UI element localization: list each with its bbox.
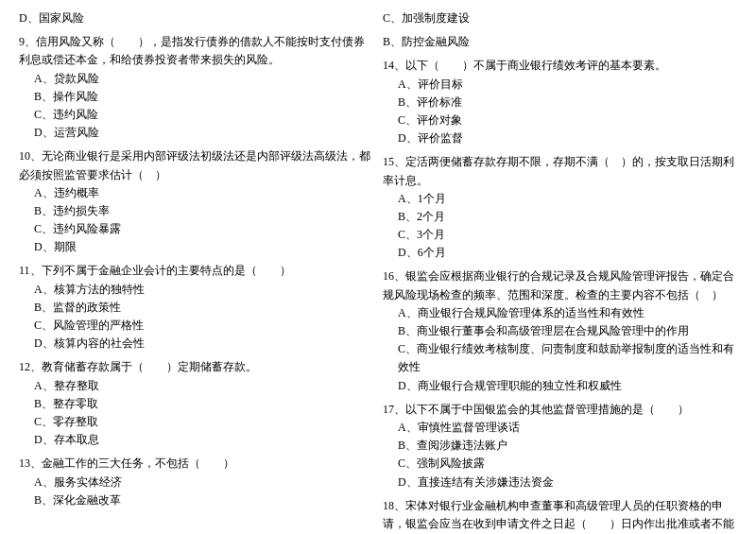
question-item: 11、下列不属于金融企业会计的主要特点的是（ ）A、核算方法的独特性B、监督的政… bbox=[19, 262, 373, 353]
option-item: A、贷款风险 bbox=[19, 70, 373, 88]
option-item: D、评价监督 bbox=[383, 129, 737, 147]
question-item: 12、教育储蓄存款属于（ ）定期储蓄存款。A、整存整取B、整存零取C、零存整取D… bbox=[19, 358, 373, 449]
question-item: 10、无论商业银行是采用内部评级法初级法还是内部评级法高级法，都必须按照监管要求… bbox=[19, 147, 373, 256]
option-item: B、商业银行董事会和高级管理层在合规风险管理中的作用 bbox=[383, 322, 737, 340]
question-text: 17、以下不属于中国银监会的其他监督管理措施的是（ ） bbox=[383, 401, 737, 419]
question-item: C、加强制度建设 bbox=[383, 9, 737, 27]
question-item: 15、定活两便储蓄存款存期不限，存期不满（ ）的，按支取日活期利率计息。A、1个… bbox=[383, 153, 737, 262]
option-item: B、整存零取 bbox=[19, 395, 373, 413]
option-item: A、违约概率 bbox=[19, 184, 373, 202]
question-text: 18、宋体对银行业金融机构申查董事和高级管理人员的任职资格的申请，银监会应当在收… bbox=[383, 497, 737, 534]
question-text: 15、定活两便储蓄存款存期不限，存期不满（ ）的，按支取日活期利率计息。 bbox=[383, 153, 737, 189]
option-item: B、评价标准 bbox=[383, 94, 737, 112]
question-text: 9、信用风险又称（ ），是指发行债券的借款人不能按时支付债券利息或偿还本金，和给… bbox=[19, 33, 373, 69]
option-item: A、1个月 bbox=[383, 190, 737, 208]
option-item: A、评价目标 bbox=[383, 76, 737, 94]
option-item: A、服务实体经济 bbox=[19, 474, 373, 491]
question-text: 11、下列不属于金融企业会计的主要特点的是（ ） bbox=[19, 262, 373, 280]
option-item: C、3个月 bbox=[383, 226, 737, 244]
option-item: D、核算内容的社会性 bbox=[19, 335, 373, 353]
question-text: C、加强制度建设 bbox=[383, 9, 737, 27]
left-column: D、国家风险9、信用风险又称（ ），是指发行债券的借款人不能按时支付债券利息或偿… bbox=[19, 9, 373, 534]
option-item: A、核算方法的独特性 bbox=[19, 281, 373, 299]
option-item: B、违约损失率 bbox=[19, 202, 373, 220]
option-item: A、整存整取 bbox=[19, 377, 373, 395]
question-text: 12、教育储蓄存款属于（ ）定期储蓄存款。 bbox=[19, 358, 373, 376]
question-item: 14、以下（ ）不属于商业银行绩效考评的基本要素。A、评价目标B、评价标准C、评… bbox=[383, 57, 737, 147]
question-item: D、国家风险 bbox=[19, 9, 373, 27]
right-column: C、加强制度建设B、防控金融风险14、以下（ ）不属于商业银行绩效考评的基本要素… bbox=[383, 9, 737, 534]
option-item: B、监督的政策性 bbox=[19, 299, 373, 317]
option-item: B、操作风险 bbox=[19, 88, 373, 106]
question-item: B、防控金融风险 bbox=[383, 33, 737, 51]
option-item: B、查阅涉嫌违法账户 bbox=[383, 437, 737, 455]
option-item: D、6个月 bbox=[383, 244, 737, 262]
question-text: 14、以下（ ）不属于商业银行绩效考评的基本要素。 bbox=[383, 57, 737, 75]
option-item: C、评价对象 bbox=[383, 112, 737, 129]
question-item: 17、以下不属于中国银监会的其他监督管理措施的是（ ）A、审慎性监督管理谈话B、… bbox=[383, 401, 737, 491]
question-text: 16、银监会应根据商业银行的合规记录及合规风险管理评报告，确定合规风险现场检查的… bbox=[383, 267, 737, 303]
main-content: D、国家风险9、信用风险又称（ ），是指发行债券的借款人不能按时支付债券利息或偿… bbox=[19, 9, 737, 534]
question-text: 10、无论商业银行是采用内部评级法初级法还是内部评级法高级法，都必须按照监管要求… bbox=[19, 147, 373, 183]
option-item: D、直接连结有关涉嫌违法资金 bbox=[383, 474, 737, 491]
question-text: D、国家风险 bbox=[19, 9, 373, 27]
option-item: D、期限 bbox=[19, 238, 373, 256]
option-item: C、强制风险披露 bbox=[383, 455, 737, 473]
question-item: 9、信用风险又称（ ），是指发行债券的借款人不能按时支付债券利息或偿还本金，和给… bbox=[19, 33, 373, 142]
option-item: D、存本取息 bbox=[19, 431, 373, 449]
option-item: B、深化金融改革 bbox=[19, 491, 373, 509]
option-item: A、审慎性监督管理谈话 bbox=[383, 419, 737, 437]
option-item: C、违约风险暴露 bbox=[19, 220, 373, 238]
question-text: 13、金融工作的三大任务，不包括（ ） bbox=[19, 455, 373, 473]
option-item: C、商业银行绩效考核制度、问责制度和鼓励举报制度的适当性和有效性 bbox=[383, 340, 737, 376]
option-item: D、运营风险 bbox=[19, 124, 373, 142]
option-item: B、2个月 bbox=[383, 208, 737, 226]
option-item: C、违约风险 bbox=[19, 106, 373, 124]
option-item: C、风险管理的严格性 bbox=[19, 317, 373, 335]
question-item: 18、宋体对银行业金融机构申查董事和高级管理人员的任职资格的申请，银监会应当在收… bbox=[383, 497, 737, 534]
option-item: C、零存整取 bbox=[19, 413, 373, 431]
option-item: D、商业银行合规管理职能的独立性和权威性 bbox=[383, 377, 737, 395]
question-text: B、防控金融风险 bbox=[383, 33, 737, 51]
question-item: 16、银监会应根据商业银行的合规记录及合规风险管理评报告，确定合规风险现场检查的… bbox=[383, 267, 737, 394]
page-wrapper: D、国家风险9、信用风险又称（ ），是指发行债券的借款人不能按时支付债券利息或偿… bbox=[19, 9, 737, 534]
option-item: A、商业银行合规风险管理体系的适当性和有效性 bbox=[383, 304, 737, 322]
question-item: 13、金融工作的三大任务，不包括（ ）A、服务实体经济B、深化金融改革 bbox=[19, 455, 373, 509]
